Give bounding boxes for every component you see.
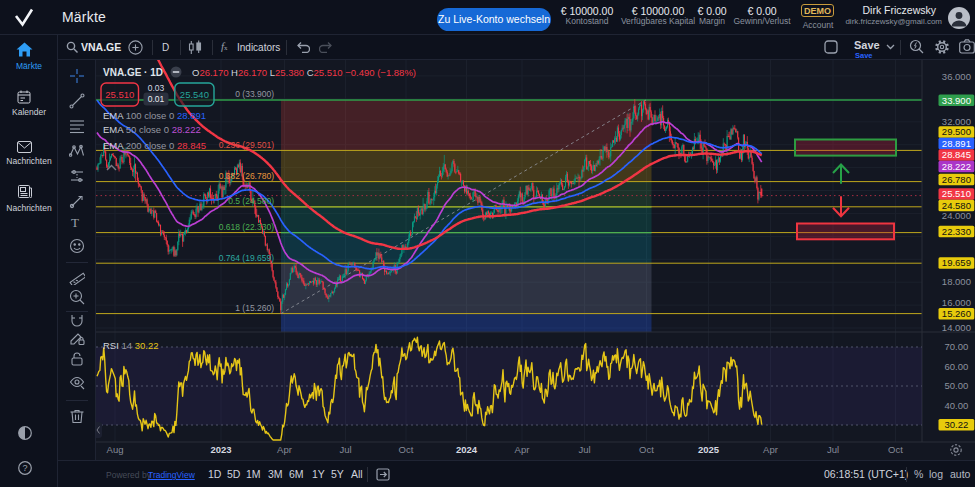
svg-text:2023: 2023 [210, 444, 231, 455]
svg-text:28.891: 28.891 [942, 138, 971, 149]
svg-text:2024: 2024 [456, 444, 478, 455]
svg-text:EMA 100 close 0 28.891: EMA 100 close 0 28.891 [103, 110, 206, 121]
svg-text:15.260: 15.260 [942, 308, 971, 319]
svg-text:RSI 14 30.22: RSI 14 30.22 [103, 340, 158, 351]
svg-text:Aug: Aug [107, 444, 124, 455]
svg-text:EMA 200 close 0 28.845: EMA 200 close 0 28.845 [103, 140, 206, 151]
svg-text:Oct: Oct [888, 444, 903, 455]
svg-text:24.580: 24.580 [942, 200, 971, 211]
svg-text:0.5 (24.580): 0.5 (24.580) [228, 196, 274, 206]
svg-text:0.236 (29.501): 0.236 (29.501) [219, 140, 274, 150]
svg-text:25.540: 25.540 [180, 89, 209, 100]
svg-text:36.000: 36.000 [942, 71, 971, 82]
svg-text:22.330: 22.330 [942, 226, 971, 237]
svg-text:0.764 (19.659): 0.764 (19.659) [219, 253, 274, 263]
svg-text:32.000: 32.000 [942, 116, 971, 127]
svg-text:?: ? [22, 463, 27, 473]
svg-text:Apr: Apr [763, 444, 778, 455]
svg-text:0.382 (26.780): 0.382 (26.780) [219, 171, 274, 181]
svg-text:14.000: 14.000 [942, 322, 971, 333]
svg-text:18.000: 18.000 [942, 276, 971, 287]
svg-text:0 (33.900): 0 (33.900) [235, 89, 274, 99]
svg-text:Jul: Jul [578, 444, 590, 455]
svg-text:VNA.GE · 1D: VNA.GE · 1D [103, 67, 163, 78]
svg-text:2025: 2025 [698, 444, 720, 455]
svg-text:Jul: Jul [827, 444, 839, 455]
svg-text:Oct: Oct [639, 444, 654, 455]
svg-text:29.500: 29.500 [942, 126, 971, 137]
svg-text:28.222: 28.222 [942, 161, 971, 172]
svg-text:30.22: 30.22 [945, 419, 969, 430]
svg-text:33.900: 33.900 [942, 95, 971, 106]
svg-text:1 (15.260): 1 (15.260) [235, 303, 274, 313]
svg-text:25.510: 25.510 [942, 188, 971, 199]
svg-text:40.00: 40.00 [945, 400, 969, 411]
svg-text:Apr: Apr [277, 444, 292, 455]
svg-text:60.00: 60.00 [945, 361, 969, 372]
svg-text:26.780: 26.780 [942, 174, 971, 185]
svg-text:50.00: 50.00 [945, 380, 969, 391]
svg-text:16.000: 16.000 [942, 297, 971, 308]
svg-text:EMA 50 close 0 28.222: EMA 50 close 0 28.222 [103, 124, 201, 135]
svg-text:0.01: 0.01 [148, 94, 165, 104]
svg-text:70.00: 70.00 [945, 341, 969, 352]
svg-text:Apr: Apr [515, 444, 530, 455]
svg-text:Oct: Oct [399, 444, 414, 455]
svg-text:28.845: 28.845 [942, 149, 971, 160]
svg-text:0.03: 0.03 [148, 83, 165, 93]
svg-text:25.510: 25.510 [105, 89, 134, 100]
svg-text:24.000: 24.000 [942, 210, 971, 221]
svg-text:O26.170 H26.170 L25.380 C25.51: O26.170 H26.170 L25.380 C25.510 −0.490 (… [192, 67, 416, 78]
svg-text:Jul: Jul [339, 444, 351, 455]
svg-text:0.618 (22.330): 0.618 (22.330) [219, 222, 274, 232]
svg-text:19.659: 19.659 [942, 257, 971, 268]
